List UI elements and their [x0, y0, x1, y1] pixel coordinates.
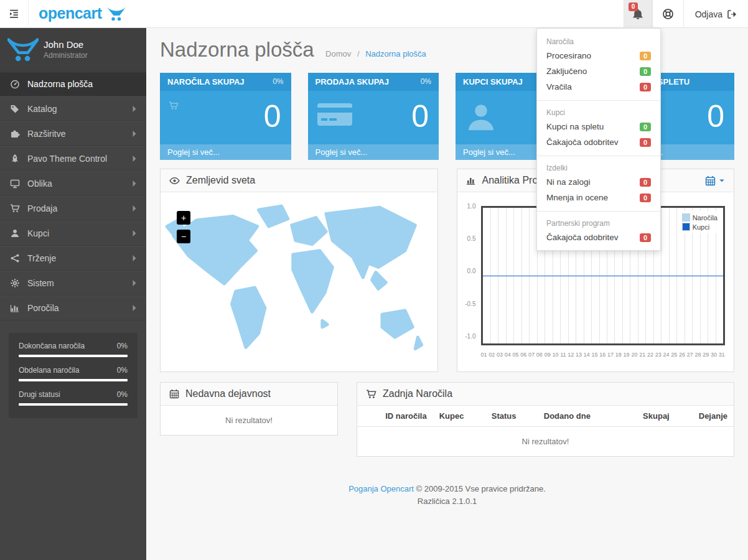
chart-x-tick: 07	[528, 352, 535, 358]
sidebar-item-pavo-theme-control[interactable]: Pavo Theme Control	[0, 146, 146, 171]
sidebar-item-label: Oblika	[27, 179, 132, 189]
chevron-right-icon	[132, 155, 138, 162]
legend-entry: Kupci	[682, 223, 718, 231]
chart-range-button[interactable]	[705, 175, 725, 186]
notification-count-badge: 0	[640, 233, 651, 242]
sidebar-item-prodaja[interactable]: Prodaja	[0, 196, 146, 221]
chart-x-tick: 23	[655, 352, 662, 358]
chart-x-tick: 17	[607, 352, 614, 358]
legend-swatch	[682, 213, 690, 222]
orders-column-header: Skupaj	[621, 406, 676, 427]
tile-body: 0	[308, 91, 439, 144]
notification-count-badge: 0	[640, 178, 651, 187]
sidebar-item-nadzorna-plosca[interactable]: Nadzorna plošča	[0, 72, 146, 96]
chart-x-tick: 20	[631, 352, 637, 358]
chart-x-tick: 13	[576, 352, 582, 358]
help-button[interactable]	[652, 0, 683, 28]
notification-item-label: Ni na zalogi	[546, 177, 591, 187]
menu-toggle-button[interactable]	[0, 0, 29, 28]
logout-button[interactable]: Odjava	[683, 0, 748, 28]
chart-x-tick: 19	[624, 352, 630, 358]
chart-x-tick: 15	[592, 352, 598, 358]
tile-view-more-link[interactable]: Poglej si več...	[308, 144, 439, 160]
notification-item-procesirano[interactable]: Procesirano0	[537, 48, 660, 63]
notification-item-label: Čakajoča odobritev	[546, 138, 619, 147]
breadcrumb-current-link[interactable]: Nadzorna plošča	[365, 49, 426, 58]
life-ring-icon	[662, 8, 674, 20]
map-zoom-out-button[interactable]: −	[177, 230, 190, 243]
notification-item-cakajoca-odobritev[interactable]: Čakajoča odobritev0	[537, 134, 660, 150]
tags-icon	[10, 104, 27, 114]
sidebar-item-razsiritve[interactable]: Razširitve	[0, 121, 146, 146]
tile-body: 0	[160, 91, 291, 144]
powered-by-link[interactable]: Poganja Opencart	[348, 484, 414, 493]
stat-progress-bar	[19, 379, 128, 381]
sidebar-item-sistem[interactable]: Sistem	[0, 271, 146, 296]
eye-icon	[169, 175, 180, 186]
orders-column-header: ID naročila	[357, 406, 433, 427]
world-map-title: Zemljevid sveta	[186, 175, 255, 186]
chart-x-tick: 24	[663, 352, 669, 358]
dashboard-icon	[10, 79, 27, 89]
notification-count-badge: 0	[629, 2, 638, 11]
sidebar-item-kupci[interactable]: Kupci	[0, 221, 146, 246]
chevron-right-icon	[132, 130, 138, 138]
order-status-stats: Dokončana naročila0%Obdelana naročila0%D…	[9, 333, 138, 418]
chart-x-tick: 03	[497, 352, 503, 358]
notification-count-badge: 0	[640, 83, 651, 91]
sidebar: John Doe Administrator Nadzorna ploščaKa…	[0, 28, 146, 560]
chart-x-tick: 26	[679, 352, 685, 358]
sidebar-item-trzenje[interactable]: Trženje	[0, 246, 146, 271]
sidebar-item-katalog[interactable]: Katalog	[0, 96, 146, 121]
rocket-icon	[10, 154, 27, 164]
notification-item-mnenja-in-ocene[interactable]: Mnenja in ocene0	[537, 190, 660, 205]
chart-x-tick: 11	[560, 352, 566, 358]
calendar-icon	[169, 389, 179, 399]
chart-x-tick: 12	[568, 352, 574, 358]
orders-column-header: Kupec	[433, 406, 485, 427]
sidebar-item-oblika[interactable]: Oblika	[0, 171, 146, 196]
breadcrumb-separator: /	[357, 49, 360, 58]
notification-item-vracila[interactable]: Vračila0	[537, 79, 660, 95]
sidebar-item-label: Prodaja	[27, 203, 132, 213]
opencart-logo[interactable]: opencart	[39, 4, 127, 22]
chart-y-tick: -1.0	[457, 332, 476, 339]
notification-item-ni-na-zalogi[interactable]: Ni na zalogi0	[537, 174, 660, 190]
sidebar-item-label: Nadzorna plošča	[27, 79, 138, 89]
calendar-icon	[705, 175, 716, 186]
map-zoom-in-button[interactable]: +	[177, 211, 190, 225]
chart-x-tick: 31	[719, 352, 725, 358]
chart-x-tick: 25	[671, 352, 677, 358]
chart-x-tick: 27	[687, 352, 693, 358]
world-map-panel: Zemljevid sveta + −	[160, 169, 438, 372]
cart-icon	[169, 101, 179, 111]
notification-item-label: Kupci na spletu	[546, 122, 604, 131]
notification-item-zakljuceno[interactable]: Zaključeno0	[537, 63, 660, 79]
tile-value: 0	[264, 98, 281, 134]
recent-activity-title: Nedavna dejavnost	[185, 388, 271, 399]
dropdown-section-header: Partnerski program	[537, 213, 660, 230]
sidebar-item-porocila[interactable]: Poročila	[0, 296, 146, 320]
breadcrumb-home: Domov	[325, 49, 351, 58]
notification-item-partner-cakajoca-odobritev[interactable]: Čakajoča odobritev0	[537, 230, 660, 245]
sidebar-menu: Nadzorna ploščaKatalogRazširitvePavo The…	[0, 72, 146, 320]
dropdown-section-header: Izdelki	[537, 157, 660, 174]
sidebar-item-label: Poročila	[27, 303, 132, 313]
dropdown-section-header: Naročila	[537, 31, 660, 48]
latest-orders-panel: Zadnja Naročila ID naročilaKupecStatusDo…	[357, 382, 734, 457]
chart-x-tick: 29	[703, 352, 709, 358]
chart-x-tick: 28	[695, 352, 701, 358]
legend-label: Naročila	[693, 214, 718, 222]
menu-toggle-icon	[9, 9, 19, 19]
chevron-right-icon	[132, 279, 138, 287]
tile-view-more-link[interactable]: Poglej si več...	[160, 144, 291, 160]
recent-activity-panel: Nedavna dejavnost Ni rezultatov!	[160, 382, 338, 436]
tile-header: NAROČILA SKUPAJ0%	[160, 73, 291, 91]
notifications-button[interactable]: 0	[624, 0, 652, 28]
stat-value: 0%	[117, 390, 128, 399]
sidebar-item-label: Razširitve	[27, 129, 132, 139]
chevron-right-icon	[132, 304, 138, 312]
orders-column-header: Status	[485, 406, 538, 427]
notification-item-kupci-na-spletu[interactable]: Kupci na spletu0	[537, 119, 660, 134]
recent-activity-header: Nedavna dejavnost	[161, 383, 337, 406]
